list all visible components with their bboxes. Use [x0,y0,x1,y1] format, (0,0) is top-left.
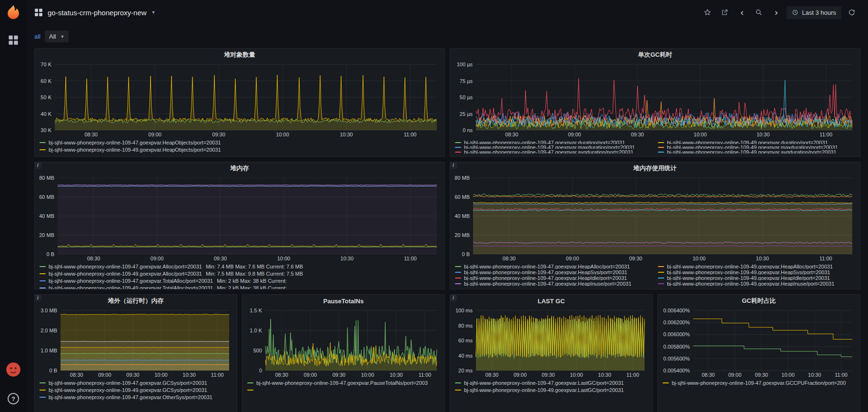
panel-title: 单次GC耗时 [638,51,672,59]
chart-canvas[interactable]: 100 ms80 ms60 ms40 ms20 ms08:3009:0009:3… [452,307,650,379]
y-tick-label: 0.005800% [663,344,690,350]
panel-heap-memory-usage: 堆内存使用统计 80 MB60 MB40 MB20 MB0 B08:3009:0… [450,162,860,289]
chevron-left-icon: ‹ [740,8,744,17]
chevron-down-icon[interactable]: ▼ [151,10,156,15]
share-button[interactable] [718,6,731,19]
panel-header[interactable]: GC耗时占比 [658,295,860,307]
grafana-logo[interactable] [5,4,22,21]
dashboard-row: 堆对象数量 70 K60 K50 K40 K30 K08:3009:0009:3… [34,48,860,157]
x-tick-label: 10:00 [277,256,291,261]
panel-legend: bj-sjhl-www-phoneproxy-online-109-47.goe… [35,138,444,156]
panel-info-icon[interactable]: i [34,162,41,169]
time-forward-button[interactable]: › [769,6,783,19]
chart-canvas[interactable]: 3.0 MB2.0 MB1.0 MB0 B08:3009:0009:3010:0… [37,307,235,379]
sidebar: ? [0,0,27,412]
x-tick-label: 09:00 [566,256,579,261]
dashboard-icon[interactable] [34,8,43,17]
clock-icon [792,9,798,16]
legend-label: bj-sjhl-www-phoneproxy-online-109-49.goe… [667,264,833,269]
legend-item[interactable]: bj-sjhl-www-phoneproxy-online-109-49.goe… [658,269,855,275]
y-tick-label: 0 [259,368,262,373]
help-icon[interactable]: ? [8,393,19,404]
x-tick-label: 09:00 [304,372,317,378]
star-button[interactable] [701,6,714,19]
legend-item[interactable]: bj-sjhl-www-phoneproxy-online-109-47.goe… [40,263,440,270]
panel-info-icon[interactable]: i [450,162,457,169]
chart-canvas[interactable]: 0.006400%0.006200%0.006000%0.005800%0.00… [660,307,858,379]
legend-item[interactable]: bj-sjhl-www-phoneproxy-online-109-47.goe… [455,139,652,144]
legend-item[interactable]: bj-sjhl-www-phoneproxy-online-109-49.goe… [40,270,440,278]
y-tick-label: 0 B [49,368,57,373]
legend-label: bj-sjhl-www-phoneproxy-online-109-47.goe… [464,275,627,280]
legend-color-dash [658,152,664,153]
legend-item[interactable]: bj-sjhl-www-phoneproxy-online-109-47.goe… [40,394,232,401]
dashboard-title[interactable]: go-status-crm-phoneproxy-new [48,9,147,17]
legend-item[interactable]: bj-sjhl-www-phoneproxy-online-109-47.goe… [40,278,440,285]
y-tick-label: 80 MB [454,175,470,181]
legend-item[interactable]: bj-sjhl-www-phoneproxy-online-109-47.goe… [455,275,652,280]
chart-canvas[interactable]: 1.5 K1.0 K500008:3009:0009:3010:0010:301… [244,307,443,379]
y-tick-label: 500 [253,348,262,353]
legend-item[interactable]: bj-sjhl-www-phoneproxy-online-109-47.goe… [40,380,232,387]
dashboards-grid-icon[interactable] [8,35,19,45]
legend-color-dash [40,390,46,391]
legend-item[interactable]: bj-sjhl-www-phoneproxy-online-109-49.goe… [40,387,232,394]
zoom-button[interactable] [752,6,766,19]
legend-item[interactable]: bj-sjhl-www-phoneproxy-online-109-47.goe… [40,139,440,146]
chart-area: 3.0 MB2.0 MB1.0 MB0 B08:3009:0009:3010:0… [35,307,237,379]
user-avatar[interactable] [6,362,20,377]
chart-canvas[interactable]: 100 µs75 µs50 µs25 µs0 ns08:3009:0009:30… [452,61,858,138]
legend-item[interactable]: bj-sjhl-www-phoneproxy-online-109-49.goe… [658,275,855,280]
chart-canvas[interactable]: 70 K60 K50 K40 K30 K08:3009:0009:3010:00… [37,61,443,138]
y-tick-label: 0.006200% [663,319,690,325]
legend-label: bj-sjhl-www-phoneproxy-online-109-49.goe… [667,269,830,275]
panel-header[interactable]: 堆内存使用统计 [450,162,860,175]
y-tick-label: 0.006000% [663,331,690,337]
legend-color-dash [40,273,46,274]
legend-item[interactable]: bj-sjhl-www-phoneproxy-online-109-49.goe… [40,285,440,289]
dashboard-row: 堆外（运行时）内存 3.0 MB2.0 MB1.0 MB0 B08:3009:0… [34,294,860,412]
legend-item[interactable]: bj-sjhl-www-phoneproxy-online-109-47.goe… [247,380,440,387]
legend-item[interactable]: bj-sjhl-www-phoneproxy-online-109-49.goe… [658,139,855,144]
chart-canvas[interactable]: 80 MB60 MB40 MB20 MB0 B08:3009:0009:3010… [452,175,858,262]
template-var-dropdown[interactable]: All ▼ [45,31,69,42]
grafana-flame-icon [5,4,22,21]
chart-canvas[interactable]: 80 MB60 MB40 MB20 MB0 B08:3009:0009:3010… [37,175,443,262]
legend-item[interactable]: bj-sjhl-www-phoneproxy-online-109-49.goe… [658,263,855,269]
legend-item[interactable]: bj-sjhl-www-phoneproxy-online-109-47.goe… [663,380,855,387]
legend-item[interactable]: bj-sjhl-www-phoneproxy-online-109-47.goe… [455,149,652,154]
panel-header[interactable]: 堆对象数量 [35,49,444,61]
panel-header[interactable]: PauseTotalNs [242,295,444,307]
panel-info-icon[interactable]: i [450,294,457,301]
time-back-button[interactable]: ‹ [735,6,748,19]
legend-item[interactable] [247,387,440,394]
y-tick-label: 0 B [462,251,470,257]
panel-header[interactable]: 单次GC耗时 [450,49,860,61]
legend-item[interactable]: bj-sjhl-www-phoneproxy-online-109-49.goe… [455,387,647,394]
y-tick-label: 50 µs [460,94,473,100]
panel-legend: bj-sjhl-www-phoneproxy-online-109-47.goe… [450,138,860,156]
panel-info-icon[interactable]: i [34,294,41,301]
legend-item[interactable]: bj-sjhl-www-phoneproxy-online-109-47.goe… [455,144,652,149]
legend-item[interactable]: bj-sjhl-www-phoneproxy-online-109-47.goe… [455,280,652,286]
x-tick-label: 10:00 [276,132,289,137]
legend-item[interactable]: bj-sjhl-www-phoneproxy-online-109-49.goe… [658,149,855,154]
panel-header[interactable]: 堆外（运行时）内存 [35,295,237,307]
legend-item[interactable]: bj-sjhl-www-phoneproxy-online-109-47.goe… [455,263,652,269]
legend-stats: Min: 2 kB Max: 38 kB Current: [217,285,287,289]
panel-legend: bj-sjhl-www-phoneproxy-online-109-47.goe… [658,379,860,412]
refresh-button[interactable] [845,6,858,19]
x-tick-label: 11:00 [819,256,832,261]
x-tick-label: 11:00 [404,132,417,137]
panel-header[interactable]: 堆内存 [35,162,444,175]
legend-item[interactable]: bj-sjhl-www-phoneproxy-online-109-49.goe… [658,144,855,149]
legend-item[interactable]: bj-sjhl-www-phoneproxy-online-109-49.goe… [40,146,440,154]
navbar-right: ‹ › Last 3 hours [701,6,858,19]
legend-label: bj-sjhl-www-phoneproxy-online-109-47.goe… [464,140,625,144]
time-range-picker[interactable]: Last 3 hours [787,6,841,19]
panel-header[interactable]: LAST GC [450,295,652,307]
legend-item[interactable]: bj-sjhl-www-phoneproxy-online-109-47.goe… [455,380,647,387]
legend-item[interactable]: bj-sjhl-www-phoneproxy-online-109-47.goe… [455,269,652,275]
legend-item[interactable]: bj-sjhl-www-phoneproxy-online-109-49.goe… [658,280,855,286]
x-tick-label: 11:00 [404,256,417,261]
